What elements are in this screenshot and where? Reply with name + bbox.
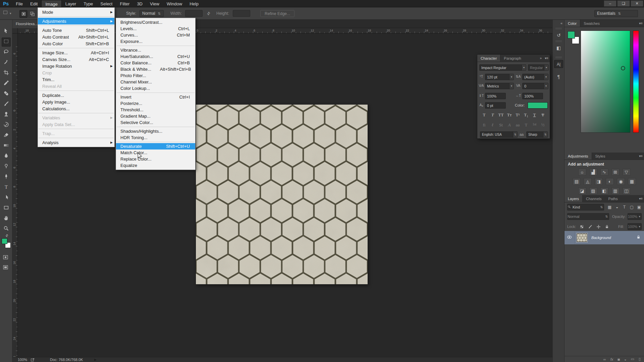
opentype-feature-button[interactable]: 1st: [531, 122, 538, 128]
menu-item-auto-contrast[interactable]: Auto ContrastAlt+Shift+Ctrl+L: [38, 34, 114, 40]
layer-visibility-toggle[interactable]: [565, 231, 575, 244]
magic-wand-tool[interactable]: [2, 58, 11, 67]
quick-mask-button[interactable]: [3, 254, 8, 261]
panel-menu-icon[interactable]: ▾≡: [639, 21, 643, 25]
exposure-adjustment-icon[interactable]: ⊞: [611, 169, 620, 176]
menu-item-gradient-map[interactable]: Gradient Map...: [116, 113, 195, 119]
filter-smart-icon[interactable]: ▣: [636, 204, 642, 210]
menu-layer[interactable]: Layer: [62, 0, 80, 7]
layer-name[interactable]: Background: [591, 236, 636, 240]
brush-tool[interactable]: [2, 100, 11, 109]
new-selection-button[interactable]: [19, 10, 28, 18]
foreground-color-swatch[interactable]: [568, 31, 575, 39]
lock-move-icon[interactable]: [595, 224, 601, 230]
foreground-color-swatch[interactable]: [2, 238, 7, 244]
menu-3d[interactable]: 3D: [133, 0, 146, 7]
color-tab-swatches[interactable]: Swatches: [580, 20, 603, 27]
menu-item-replace-color[interactable]: Replace Color...: [116, 156, 195, 162]
path-selection-tool[interactable]: [2, 193, 11, 202]
layers-tab-channels[interactable]: Channels: [583, 195, 605, 202]
filter-type-icon[interactable]: T: [622, 204, 627, 210]
pen-tool[interactable]: [2, 173, 11, 182]
menu-item-image-size[interactable]: Image Size...Alt+Ctrl+I: [38, 49, 114, 56]
tracking-field[interactable]: 0 ▾: [522, 83, 548, 89]
menu-item-auto-color[interactable]: Auto ColorShift+Ctrl+B: [38, 40, 114, 47]
panel-menu-icon[interactable]: ▾≡: [545, 56, 548, 60]
menu-item-match-color[interactable]: Match Color...: [116, 149, 195, 156]
hue-slider[interactable]: [633, 31, 639, 133]
threshold-adjustment-icon[interactable]: ◧: [600, 187, 608, 194]
panel-menu-icon[interactable]: ▾≡: [639, 197, 643, 200]
photo-filter-adjustment-icon[interactable]: ◐: [606, 178, 614, 185]
add-to-selection-button[interactable]: [28, 10, 36, 18]
selective-color-adjustment-icon[interactable]: ◫: [623, 187, 631, 194]
menu-item-duplicate[interactable]: Duplicate...: [38, 92, 114, 99]
color-tab-color[interactable]: Color: [565, 20, 580, 27]
menu-item-vibrance[interactable]: Vibrance...: [116, 47, 195, 53]
lock-paint-icon[interactable]: [587, 224, 593, 230]
paragraph-panel-icon[interactable]: ¶: [554, 73, 563, 81]
layer-thumbnail[interactable]: [577, 233, 587, 242]
opentype-feature-button[interactable]: St: [497, 122, 504, 128]
style-dropdown[interactable]: Normal ⇅: [140, 10, 164, 17]
refine-edge-button[interactable]: Refine Edge...: [260, 10, 294, 17]
canvas-image[interactable]: [196, 105, 368, 284]
lock-all-icon[interactable]: [604, 224, 610, 230]
anti-alias-dropdown[interactable]: Sharp ⇅: [526, 131, 548, 138]
layers-tab-layers[interactable]: Layers: [565, 195, 583, 202]
color-picker-ring[interactable]: [621, 66, 625, 70]
levels-adjustment-icon[interactable]: ▟: [589, 169, 597, 176]
curves-adjustment-icon[interactable]: ∿: [600, 169, 608, 176]
crop-tool[interactable]: [2, 69, 11, 78]
menu-item-image-rotation[interactable]: Image Rotation▶: [38, 63, 114, 69]
menu-item-posterize[interactable]: Posterize...: [116, 100, 195, 107]
menu-select[interactable]: Select: [97, 0, 116, 7]
color-saturation-field[interactable]: [581, 31, 630, 133]
opentype-feature-button[interactable]: A: [506, 122, 513, 128]
swap-colors-icon[interactable]: ⇄: [4, 233, 9, 238]
group-icon[interactable]: ▭: [631, 357, 634, 361]
type-style-button[interactable]: T: [531, 112, 538, 118]
clone-stamp-tool[interactable]: [2, 110, 11, 119]
fill-field[interactable]: 100% ▾: [628, 223, 642, 230]
opentype-feature-button[interactable]: fi: [481, 122, 488, 128]
link-icon[interactable]: ∞: [603, 357, 606, 361]
filter-pixel-icon[interactable]: ▦: [607, 204, 612, 210]
gradient-map-adjustment-icon[interactable]: ▥: [611, 187, 620, 194]
menu-file[interactable]: File: [12, 0, 26, 7]
leading-field[interactable]: (Auto) ▾: [522, 74, 548, 80]
opacity-field[interactable]: 100% ▾: [628, 213, 642, 220]
opentype-feature-button[interactable]: ℓ: [489, 122, 496, 128]
menu-item-desaturate[interactable]: DesaturateShift+Ctrl+U: [116, 143, 195, 149]
blur-tool[interactable]: [2, 152, 11, 161]
black-white-adjustment-icon[interactable]: ◨: [595, 178, 603, 185]
menu-item-brightness-contrast[interactable]: Brightness/Contrast...: [116, 19, 195, 25]
baseline-shift-field[interactable]: 0 pt: [485, 102, 506, 109]
adjustment-icon[interactable]: ◒: [624, 357, 627, 361]
collapse-panel-icon[interactable]: »: [540, 56, 542, 60]
layers-tab-paths[interactable]: Paths: [605, 195, 621, 202]
type-style-button[interactable]: T: [481, 112, 488, 118]
share-icon[interactable]: [31, 358, 35, 362]
close-button[interactable]: ✕: [631, 0, 643, 7]
menu-item-adjustments[interactable]: Adjustments▶: [38, 18, 114, 24]
menu-item-trim[interactable]: Trim...: [38, 76, 114, 83]
opentype-feature-button[interactable]: ½: [539, 122, 546, 128]
type-style-button[interactable]: T¹: [514, 112, 521, 118]
menu-item-shadows-highlights[interactable]: Shadows/Highlights...: [116, 128, 195, 134]
menu-item-color-balance[interactable]: Color Balance...Ctrl+B: [116, 60, 195, 66]
horizontal-scale-field[interactable]: 100%: [522, 93, 543, 99]
menu-item-hdr-toning[interactable]: HDR Toning...: [116, 134, 195, 141]
lock-transparent-icon[interactable]: [579, 224, 585, 230]
type-style-button[interactable]: T: [539, 112, 546, 118]
menu-item-auto-tone[interactable]: Auto ToneShift+Ctrl+L: [38, 27, 114, 34]
eyedropper-tool[interactable]: [2, 79, 11, 88]
history-brush-tool[interactable]: [2, 121, 11, 130]
menu-filter[interactable]: Filter: [116, 0, 133, 7]
menu-item-photo-filter[interactable]: Photo Filter...: [116, 72, 195, 79]
filter-adjustment-icon[interactable]: ◒: [614, 204, 620, 210]
panel-menu-icon[interactable]: ▾≡: [639, 154, 643, 158]
font-style-dropdown[interactable]: Regular ▾: [528, 64, 549, 71]
menu-item-mode[interactable]: Mode▶: [38, 9, 114, 15]
character-tab-character[interactable]: Character: [477, 55, 500, 62]
